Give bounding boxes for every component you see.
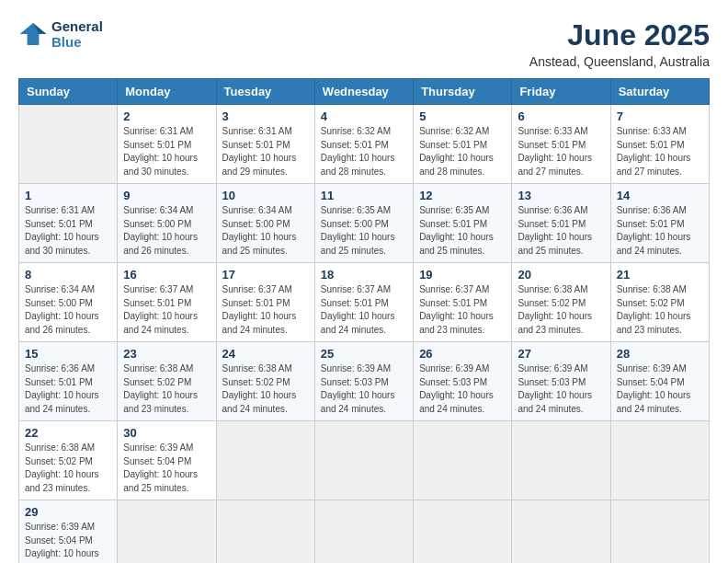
logo-icon [18,19,48,49]
calendar-table: SundayMondayTuesdayWednesdayThursdayFrid… [18,78,710,563]
day-info: Sunrise: 6:34 AMSunset: 5:00 PMDaylight:… [25,283,111,337]
calendar-cell [512,421,610,500]
day-info: Sunrise: 6:32 AMSunset: 5:01 PMDaylight:… [419,125,506,178]
day-number: 9 [123,189,210,202]
day-info: Sunrise: 6:35 AMSunset: 5:01 PMDaylight:… [419,204,506,258]
calendar-cell [314,421,413,500]
weekday-header: Tuesday [216,79,314,105]
day-info: Sunrise: 6:35 AMSunset: 5:00 PMDaylight:… [321,204,407,258]
calendar-cell: 22Sunrise: 6:38 AMSunset: 5:02 PMDayligh… [19,421,118,500]
calendar-week-row: 8Sunrise: 6:34 AMSunset: 5:00 PMDaylight… [19,263,710,342]
calendar-week-row: 15Sunrise: 6:36 AMSunset: 5:01 PMDayligh… [19,342,710,421]
calendar-cell [610,500,709,564]
day-number: 20 [518,268,604,282]
day-info: Sunrise: 6:36 AMSunset: 5:01 PMDaylight:… [518,204,604,258]
logo-text: General Blue [51,18,103,50]
day-info: Sunrise: 6:31 AMSunset: 5:01 PMDaylight:… [25,204,111,258]
title-area: June 2025 Anstead, Queensland, Australia [529,18,710,69]
day-info: Sunrise: 6:38 AMSunset: 5:02 PMDaylight:… [617,283,703,337]
day-number: 14 [617,189,703,202]
calendar-week-row: 22Sunrise: 6:38 AMSunset: 5:02 PMDayligh… [19,421,710,500]
calendar-cell [19,105,118,184]
day-number: 23 [123,347,210,361]
day-number: 25 [321,347,407,361]
day-info: Sunrise: 6:31 AMSunset: 5:01 PMDaylight:… [222,125,309,178]
day-info: Sunrise: 6:38 AMSunset: 5:02 PMDaylight:… [25,442,111,495]
day-info: Sunrise: 6:36 AMSunset: 5:01 PMDaylight:… [25,362,111,416]
weekday-header: Saturday [610,79,709,105]
calendar-week-row: 29Sunrise: 6:39 AMSunset: 5:04 PMDayligh… [19,500,710,564]
calendar-cell: 12Sunrise: 6:35 AMSunset: 5:01 PMDayligh… [414,184,512,263]
month-title: June 2025 [529,18,710,52]
calendar-cell: 9Sunrise: 6:34 AMSunset: 5:00 PMDaylight… [118,184,216,263]
calendar-cell: 29Sunrise: 6:39 AMSunset: 5:04 PMDayligh… [19,500,118,564]
calendar-cell: 6Sunrise: 6:33 AMSunset: 5:01 PMDaylight… [512,105,610,184]
weekday-header: Wednesday [314,79,413,105]
calendar-cell: 28Sunrise: 6:39 AMSunset: 5:04 PMDayligh… [610,342,709,421]
calendar-cell: 30Sunrise: 6:39 AMSunset: 5:04 PMDayligh… [118,421,216,500]
calendar-cell: 16Sunrise: 6:37 AMSunset: 5:01 PMDayligh… [118,263,216,342]
day-number: 28 [617,347,703,361]
calendar-cell: 2Sunrise: 6:31 AMSunset: 5:01 PMDaylight… [118,105,216,184]
weekday-header: Friday [512,79,610,105]
calendar-cell: 3Sunrise: 6:31 AMSunset: 5:01 PMDaylight… [216,105,314,184]
day-info: Sunrise: 6:39 AMSunset: 5:03 PMDaylight:… [419,362,506,416]
day-info: Sunrise: 6:37 AMSunset: 5:01 PMDaylight:… [123,283,210,337]
day-info: Sunrise: 6:39 AMSunset: 5:03 PMDaylight:… [518,362,604,416]
calendar-cell: 8Sunrise: 6:34 AMSunset: 5:00 PMDaylight… [19,263,118,342]
calendar-cell: 27Sunrise: 6:39 AMSunset: 5:03 PMDayligh… [512,342,610,421]
day-number: 7 [617,109,703,123]
day-number: 18 [321,268,407,282]
calendar-cell [414,421,512,500]
day-number: 3 [222,109,309,123]
calendar-cell: 20Sunrise: 6:38 AMSunset: 5:02 PMDayligh… [512,263,610,342]
calendar-cell: 23Sunrise: 6:38 AMSunset: 5:02 PMDayligh… [118,342,216,421]
day-number: 13 [518,189,604,202]
calendar-cell: 21Sunrise: 6:38 AMSunset: 5:02 PMDayligh… [610,263,709,342]
calendar-cell: 17Sunrise: 6:37 AMSunset: 5:01 PMDayligh… [216,263,314,342]
day-info: Sunrise: 6:34 AMSunset: 5:00 PMDaylight:… [222,204,309,258]
day-number: 5 [419,109,506,123]
day-number: 12 [419,189,506,202]
calendar-cell: 18Sunrise: 6:37 AMSunset: 5:01 PMDayligh… [314,263,413,342]
calendar-cell: 25Sunrise: 6:39 AMSunset: 5:03 PMDayligh… [314,342,413,421]
day-number: 15 [25,347,111,361]
location-title: Anstead, Queensland, Australia [529,54,710,69]
calendar-cell [216,421,314,500]
calendar-week-row: 2Sunrise: 6:31 AMSunset: 5:01 PMDaylight… [19,105,710,184]
calendar-cell [512,500,610,564]
day-number: 26 [419,347,506,361]
calendar-cell [216,500,314,564]
calendar-cell: 19Sunrise: 6:37 AMSunset: 5:01 PMDayligh… [414,263,512,342]
day-info: Sunrise: 6:39 AMSunset: 5:04 PMDaylight:… [25,521,111,563]
day-info: Sunrise: 6:39 AMSunset: 5:04 PMDaylight:… [123,442,210,495]
page-header: General Blue June 2025 Anstead, Queensla… [18,18,710,69]
weekday-header: Monday [118,79,216,105]
day-info: Sunrise: 6:36 AMSunset: 5:01 PMDaylight:… [617,204,703,258]
day-info: Sunrise: 6:31 AMSunset: 5:01 PMDaylight:… [123,125,210,178]
day-info: Sunrise: 6:33 AMSunset: 5:01 PMDaylight:… [518,125,604,178]
day-number: 16 [123,268,210,282]
day-number: 22 [25,426,111,440]
day-info: Sunrise: 6:33 AMSunset: 5:01 PMDaylight:… [617,125,703,178]
calendar-cell: 7Sunrise: 6:33 AMSunset: 5:01 PMDaylight… [610,105,709,184]
day-info: Sunrise: 6:34 AMSunset: 5:00 PMDaylight:… [123,204,210,258]
calendar-cell: 24Sunrise: 6:38 AMSunset: 5:02 PMDayligh… [216,342,314,421]
day-number: 27 [518,347,604,361]
calendar-cell: 1Sunrise: 6:31 AMSunset: 5:01 PMDaylight… [19,184,118,263]
day-number: 6 [518,109,604,123]
calendar-cell [414,500,512,564]
day-number: 11 [321,189,407,202]
calendar-week-row: 1Sunrise: 6:31 AMSunset: 5:01 PMDaylight… [19,184,710,263]
day-number: 29 [25,505,111,519]
calendar-cell: 11Sunrise: 6:35 AMSunset: 5:00 PMDayligh… [314,184,413,263]
day-number: 21 [617,268,703,282]
day-info: Sunrise: 6:39 AMSunset: 5:04 PMDaylight:… [617,362,703,416]
calendar-cell: 10Sunrise: 6:34 AMSunset: 5:00 PMDayligh… [216,184,314,263]
calendar-cell [118,500,216,564]
day-number: 10 [222,189,309,202]
day-info: Sunrise: 6:39 AMSunset: 5:03 PMDaylight:… [321,362,407,416]
day-info: Sunrise: 6:32 AMSunset: 5:01 PMDaylight:… [321,125,407,178]
calendar-cell: 4Sunrise: 6:32 AMSunset: 5:01 PMDaylight… [314,105,413,184]
day-info: Sunrise: 6:37 AMSunset: 5:01 PMDaylight:… [222,283,309,337]
